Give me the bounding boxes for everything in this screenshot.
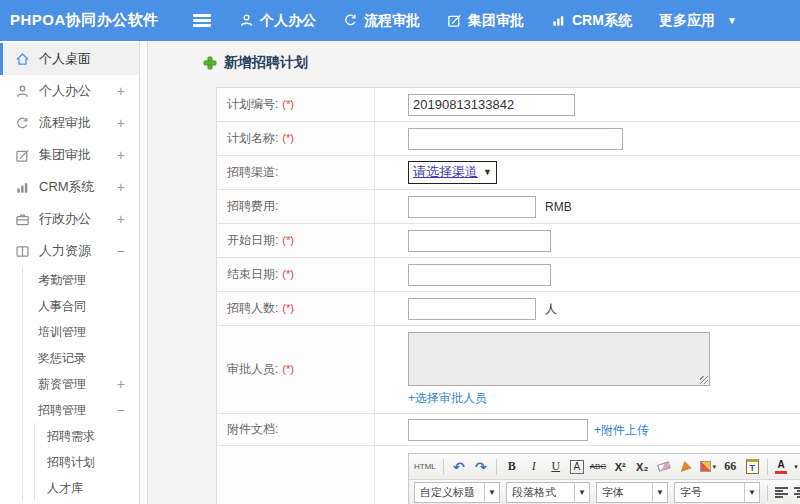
align-center-icon[interactable]	[794, 485, 800, 500]
form-row-fee: 招聘费用: RMB	[217, 190, 800, 224]
collapse-icon[interactable]: −	[117, 402, 125, 418]
sidebar-item-recruit-plan[interactable]: 招聘计划	[35, 449, 139, 475]
end-date-input[interactable]	[408, 264, 551, 286]
nav-more-apps[interactable]: 更多应用 ▼	[659, 12, 737, 30]
sidebar-item-label: 奖惩记录	[38, 350, 86, 367]
sidebar-item-training[interactable]: 培训管理	[23, 319, 139, 345]
strikethrough-button[interactable]: ABC	[590, 458, 606, 476]
required-mark: (*)	[282, 98, 294, 110]
expand-icon[interactable]: +	[117, 179, 125, 195]
nav-crm-system[interactable]: CRM系统	[551, 12, 632, 30]
channel-select[interactable]: 请选择渠道 ▼	[408, 161, 497, 184]
sidebar-item-label: 流程审批	[39, 114, 91, 132]
resize-grip-icon[interactable]	[700, 376, 708, 384]
paste-text-icon[interactable]: T	[744, 458, 760, 476]
sidebar-item-attendance[interactable]: 考勤管理	[23, 267, 139, 293]
expand-icon[interactable]: +	[117, 83, 125, 99]
sidebar-item-rewards[interactable]: 奖惩记录	[23, 345, 139, 371]
recruit-plan-form: 计划编号:(*) 计划名称:(*) 招聘渠道: 请选择渠道 ▼	[216, 87, 800, 504]
sidebar-item-salary[interactable]: 薪资管理+	[23, 371, 139, 397]
edit-icon	[447, 13, 462, 28]
remove-format-icon[interactable]	[656, 458, 672, 476]
sidebar-item-process-approval[interactable]: 流程审批 +	[0, 107, 139, 139]
blockquote-button[interactable]: 66	[722, 458, 738, 476]
nav-personal-office[interactable]: 个人办公	[239, 12, 316, 30]
font-color-button[interactable]: A	[775, 460, 787, 474]
sidebar-scrollbar-track[interactable]	[140, 41, 148, 504]
italic-button[interactable]: I	[526, 458, 542, 476]
sidebar-item-recruit-demand[interactable]: 招聘需求	[35, 423, 139, 449]
headcount-unit: 人	[545, 302, 557, 316]
main-content: 新增招聘计划 计划编号:(*) 计划名称:(*) 招聘渠道: 请选择渠道	[148, 41, 800, 504]
form-row-editor: HTML ↶ ↷ B I U A ABC X²	[217, 446, 800, 504]
top-bar: PHPOA协同办公软件 个人办公 流程审批 集团审批 CRM系统 更多应用 ▼	[0, 0, 800, 41]
field-label: 招聘费用:	[227, 199, 278, 213]
rich-text-editor: HTML ↶ ↷ B I U A ABC X²	[408, 453, 800, 504]
attachment-input[interactable]	[408, 419, 588, 441]
sidebar-item-admin-office[interactable]: 行政办公 +	[0, 203, 139, 235]
expand-icon[interactable]: +	[117, 211, 125, 227]
bar-chart-icon	[551, 13, 566, 28]
caret-down-icon[interactable]: ▾	[794, 463, 798, 471]
sidebar-item-personal-office[interactable]: 个人办公 +	[0, 75, 139, 107]
bold-button[interactable]: B	[504, 458, 520, 476]
collapse-icon[interactable]: −	[117, 243, 125, 259]
required-mark: (*)	[282, 363, 294, 375]
editor-toolbar-row2: 自定义标题▼ 段落格式▼ 字体▼ 字号▼ ∞ ∞	[409, 480, 800, 504]
form-row-approvers: 审批人员:(*) +选择审批人员	[217, 326, 800, 414]
underline-button[interactable]: U	[548, 458, 564, 476]
sidebar-item-talent-pool[interactable]: 人才库	[35, 475, 139, 501]
field-label: 结束日期:	[227, 267, 278, 281]
font-name-button[interactable]: A	[570, 460, 584, 474]
app-window: PHPOA协同办公软件 个人办公 流程审批 集团审批 CRM系统 更多应用 ▼	[0, 0, 800, 504]
form-row-headcount: 招聘人数:(*) 人	[217, 292, 800, 326]
undo-icon[interactable]: ↶	[451, 458, 467, 476]
headcount-input[interactable]	[408, 298, 536, 320]
subscript-button[interactable]: X₂	[634, 458, 650, 476]
edit-icon	[15, 148, 30, 163]
font-family-select[interactable]: 字体▼	[596, 482, 668, 503]
sidebar-item-label: 招聘计划	[47, 454, 95, 471]
sidebar-item-label: 培训管理	[38, 324, 86, 341]
form-row-end-date: 结束日期:(*)	[217, 258, 800, 292]
superscript-button[interactable]: X²	[612, 458, 628, 476]
sidebar-item-group-approval[interactable]: 集团审批 +	[0, 139, 139, 171]
field-label: 计划编号:	[227, 97, 278, 111]
html-source-button[interactable]: HTML	[414, 458, 436, 476]
add-plus-icon	[203, 56, 217, 70]
plan-no-input[interactable]	[408, 94, 575, 116]
paragraph-format-select[interactable]: 段落格式▼	[506, 482, 590, 503]
select-arrow-icon: ▼	[483, 167, 492, 177]
plan-name-input[interactable]	[408, 128, 623, 150]
custom-heading-select[interactable]: 自定义标题▼	[414, 482, 500, 503]
person-icon	[15, 84, 30, 99]
approvers-textarea[interactable]	[408, 332, 710, 386]
recruitment-submenu: 招聘需求 招聘计划 人才库	[34, 423, 139, 501]
sidebar-item-label: 集团审批	[39, 146, 91, 164]
fill-color-icon[interactable]: ▾	[700, 458, 716, 476]
align-left-icon[interactable]	[775, 485, 788, 500]
attachment-upload-link[interactable]: +附件上传	[594, 423, 649, 437]
start-date-input[interactable]	[408, 230, 551, 252]
redo-icon[interactable]: ↷	[473, 458, 489, 476]
expand-icon[interactable]: +	[117, 376, 125, 392]
hamburger-menu-icon[interactable]	[193, 14, 211, 27]
required-mark: (*)	[282, 234, 294, 246]
nav-label: 个人办公	[260, 12, 316, 30]
select-approvers-link[interactable]: +选择审批人员	[408, 390, 800, 407]
sidebar-item-crm[interactable]: CRM系统 +	[0, 171, 139, 203]
sidebar-item-desktop[interactable]: 个人桌面	[0, 43, 139, 75]
expand-icon[interactable]: +	[117, 147, 125, 163]
sidebar-item-hr[interactable]: 人力资源 −	[0, 235, 139, 267]
format-brush-icon[interactable]	[678, 458, 694, 476]
caret-down-icon: ▼	[727, 15, 737, 26]
sidebar-item-recruitment[interactable]: 招聘管理−	[23, 397, 139, 423]
nav-process-approval[interactable]: 流程审批	[343, 12, 420, 30]
nav-group-approval[interactable]: 集团审批	[447, 12, 524, 30]
sidebar-item-hr-contract[interactable]: 人事合同	[23, 293, 139, 319]
sidebar: 个人桌面 个人办公 + 流程审批 + 集团审批 + CRM系统 +	[0, 41, 140, 504]
expand-icon[interactable]: +	[117, 115, 125, 131]
sidebar-item-label: 个人桌面	[39, 50, 91, 68]
font-size-select[interactable]: 字号▼	[674, 482, 760, 503]
fee-input[interactable]	[408, 196, 536, 218]
